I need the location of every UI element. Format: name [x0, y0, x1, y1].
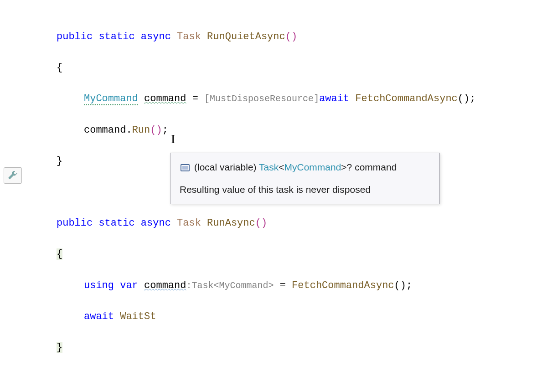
code-line[interactable]: command.Run(); — [29, 123, 547, 138]
code-line[interactable]: { — [29, 60, 547, 76]
code-line[interactable]: using var command:Task<MyCommand> = Fetc… — [29, 278, 547, 294]
svg-rect-1 — [182, 166, 188, 170]
code-line[interactable]: public static async Task RunQuietAsync() — [29, 29, 547, 45]
code-line[interactable]: } — [29, 340, 547, 356]
code-line-blank[interactable] — [29, 371, 547, 387]
code-line[interactable]: MyCommand command = [MustDisposeResource… — [29, 91, 547, 107]
tooltip-message: Resulting value of this task is never di… — [180, 182, 430, 198]
variable-box-icon — [180, 162, 191, 173]
code-line[interactable]: { — [29, 247, 547, 262]
code-line[interactable]: public static async Task RunAsync() — [29, 216, 547, 231]
code-line[interactable]: await WaitSt — [29, 309, 547, 325]
hover-tooltip: (local variable) Task<MyCommand>? comman… — [170, 153, 440, 204]
tooltip-signature: (local variable) Task<MyCommand>? comman… — [194, 160, 397, 175]
